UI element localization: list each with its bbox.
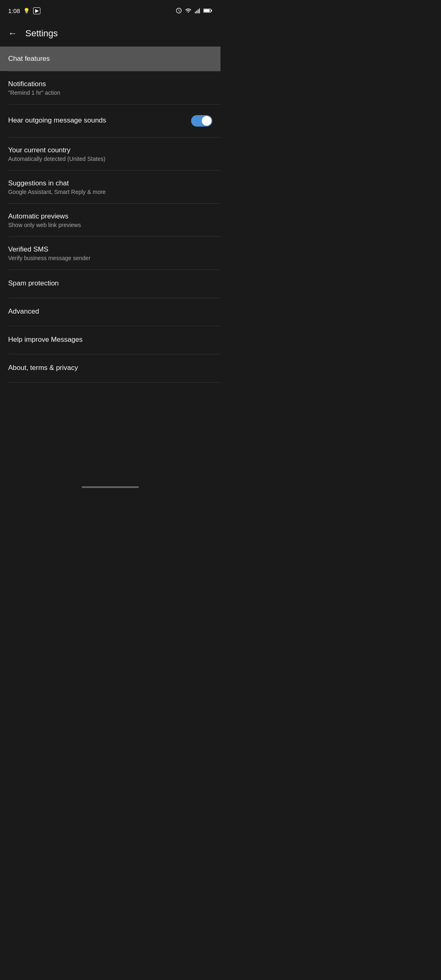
- settings-list: Notifications "Remind 1 hr" action Hear …: [0, 71, 220, 383]
- verified-sms-item[interactable]: Verified SMS Verify business message sen…: [0, 237, 220, 270]
- notifications-content: Notifications "Remind 1 hr" action: [8, 80, 212, 96]
- section-header-text: Chat features: [8, 55, 50, 62]
- top-bar: ← Settings: [0, 20, 220, 47]
- automatic-previews-content: Automatic previews Show only web link pr…: [8, 212, 212, 228]
- automatic-previews-item[interactable]: Automatic previews Show only web link pr…: [0, 204, 220, 236]
- help-improve-content: Help improve Messages: [8, 336, 212, 345]
- help-improve-item[interactable]: Help improve Messages: [0, 326, 220, 354]
- svg-rect-0: [195, 12, 196, 13]
- automatic-previews-title: Automatic previews: [8, 212, 212, 220]
- wifi-icon: [185, 7, 192, 14]
- verified-sms-title: Verified SMS: [8, 245, 212, 254]
- svg-rect-1: [196, 11, 197, 13]
- about-terms-title: About, terms & privacy: [8, 364, 212, 372]
- toggle-container[interactable]: [191, 115, 212, 127]
- status-left: 1:08 💡 ▶: [8, 7, 40, 14]
- suggestions-item[interactable]: Suggestions in chat Google Assistant, Sm…: [0, 171, 220, 203]
- help-improve-title: Help improve Messages: [8, 336, 212, 344]
- back-button[interactable]: ←: [8, 28, 17, 39]
- outgoing-sounds-content: Hear outgoing message sounds: [8, 116, 191, 126]
- suggestions-subtitle: Google Assistant, Smart Reply & more: [8, 189, 212, 195]
- spam-protection-content: Spam protection: [8, 279, 212, 289]
- nav-home-indicator: [0, 481, 220, 492]
- country-title: Your current country: [8, 146, 212, 154]
- advanced-title: Advanced: [8, 307, 212, 316]
- alarm-icon: [176, 7, 182, 14]
- verified-sms-subtitle: Verify business message sender: [8, 255, 212, 261]
- status-time: 1:08: [8, 7, 20, 14]
- notifications-title: Notifications: [8, 80, 212, 88]
- bulb-icon: 💡: [23, 8, 30, 14]
- country-item[interactable]: Your current country Automatically detec…: [0, 138, 220, 170]
- status-bar: 1:08 💡 ▶: [0, 0, 220, 20]
- verified-sms-content: Verified SMS Verify business message sen…: [8, 245, 212, 261]
- bottom-spacer: [0, 383, 220, 481]
- battery-icon: [203, 8, 212, 13]
- country-subtitle: Automatically detected (United States): [8, 156, 212, 162]
- advanced-content: Advanced: [8, 307, 212, 317]
- suggestions-content: Suggestions in chat Google Assistant, Sm…: [8, 179, 212, 195]
- status-right: [176, 7, 212, 14]
- outgoing-sounds-toggle[interactable]: [191, 115, 212, 127]
- outgoing-sounds-title: Hear outgoing message sounds: [8, 116, 191, 125]
- suggestions-title: Suggestions in chat: [8, 179, 212, 187]
- svg-rect-2: [198, 9, 198, 13]
- automatic-previews-subtitle: Show only web link previews: [8, 222, 212, 228]
- notifications-item[interactable]: Notifications "Remind 1 hr" action: [0, 71, 220, 104]
- outgoing-sounds-item[interactable]: Hear outgoing message sounds: [0, 105, 220, 137]
- country-content: Your current country Automatically detec…: [8, 146, 212, 162]
- home-indicator-bar: [82, 486, 139, 488]
- section-header: Chat features: [0, 47, 220, 71]
- advanced-item[interactable]: Advanced: [0, 298, 220, 326]
- svg-rect-3: [199, 9, 200, 13]
- youtube-icon: ▶: [33, 7, 40, 14]
- spam-protection-title: Spam protection: [8, 279, 212, 287]
- about-terms-item[interactable]: About, terms & privacy: [0, 354, 220, 382]
- about-terms-content: About, terms & privacy: [8, 364, 212, 373]
- page-title: Settings: [25, 28, 58, 39]
- svg-rect-6: [204, 9, 209, 12]
- toggle-knob: [202, 116, 212, 126]
- signal-icon: [194, 7, 201, 14]
- spam-protection-item[interactable]: Spam protection: [0, 270, 220, 298]
- svg-rect-5: [211, 10, 212, 11]
- notifications-subtitle: "Remind 1 hr" action: [8, 89, 212, 96]
